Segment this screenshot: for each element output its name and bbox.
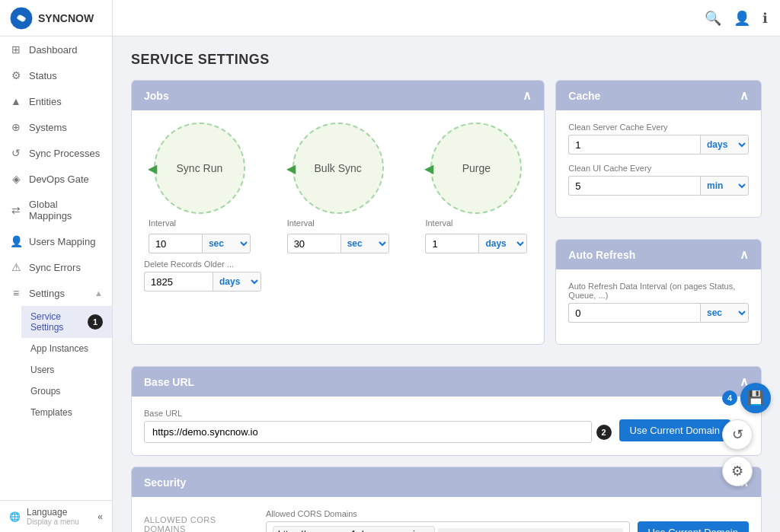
top-row: Jobs ∧ ◀ Sync Run Interval xyxy=(131,80,762,355)
job-name-purge: Purge xyxy=(462,162,491,174)
jobs-title: Jobs xyxy=(144,90,169,102)
job-item-purge: ◀ Purge Interval sec min xyxy=(425,123,527,253)
security-title: Security xyxy=(144,476,186,489)
cors-use-current-domain-button[interactable]: Use Current Domain xyxy=(638,521,750,532)
auto-refresh-unit[interactable]: sec min hours xyxy=(700,303,749,323)
job-name-sync-run: Sync Run xyxy=(177,162,223,174)
cors-row-label: ALLOWED CORS DOMAINS xyxy=(144,509,251,532)
fab-undo-button[interactable]: ↺ xyxy=(722,419,753,450)
user-icon[interactable]: 👤 xyxy=(734,10,750,27)
cache-title: Cache xyxy=(568,90,600,102)
service-settings-badge: 1 xyxy=(88,314,103,330)
sync-run-interval-input-group: sec min hours days xyxy=(149,234,251,253)
base-url-card-body: Base URL 2 Use Current Domain 3 xyxy=(132,397,761,455)
purge-interval-unit[interactable]: sec min hours days xyxy=(478,234,527,253)
cache-card-header: Cache ∧ xyxy=(556,81,761,110)
sidebar-item-entities[interactable]: ▲ Entities xyxy=(0,88,112,114)
cors-tag-close-icon[interactable]: × xyxy=(424,528,430,532)
fab-save-row: 4 💾 xyxy=(722,383,771,413)
sidebar-item-templates-label: Templates xyxy=(30,407,72,418)
purge-interval-input[interactable] xyxy=(425,234,478,253)
sidebar-logo: SYNCNOW xyxy=(0,0,112,37)
sidebar-item-sync-processes-label: Sync Processes xyxy=(29,148,100,159)
sidebar-item-service-settings-label: Service Settings xyxy=(30,311,82,333)
sync-run-fields: Interval sec min hours days xyxy=(149,218,251,253)
cors-dropdown[interactable] xyxy=(438,528,623,532)
jobs-card-header: Jobs ∧ xyxy=(132,81,544,110)
auto-refresh-input[interactable] xyxy=(568,303,700,323)
server-cache-input-group: sec min hours days xyxy=(568,135,749,155)
delete-records-unit[interactable]: sec min hours days xyxy=(213,272,261,291)
info-icon[interactable]: ℹ xyxy=(762,10,768,27)
base-url-badge: 2 xyxy=(596,425,612,440)
delete-records-input[interactable] xyxy=(144,272,213,291)
purge-fields: Interval sec min hours days xyxy=(425,218,527,253)
bulk-sync-interval-label: Interval xyxy=(287,218,389,228)
bulk-sync-interval-unit[interactable]: sec min hours days xyxy=(340,234,389,253)
auto-refresh-card: Auto Refresh ∧ Auto Refresh Data Interva… xyxy=(555,239,762,345)
job-item-bulk-sync: ◀ Bulk Sync Interval sec min xyxy=(287,123,389,253)
server-cache-field: Clean Server Cache Every sec min hours d… xyxy=(568,123,749,155)
sidebar-item-service-settings[interactable]: Service Settings 1 xyxy=(21,306,112,338)
sidebar-item-sync-errors[interactable]: ⚠ Sync Errors xyxy=(0,254,112,280)
auto-refresh-field: Auto Refresh Data Interval (on pages Sta… xyxy=(568,282,749,323)
svg-point-1 xyxy=(19,16,24,21)
fab-save-button[interactable]: 💾 xyxy=(740,383,771,413)
sidebar-item-systems[interactable]: ⊕ Systems xyxy=(0,114,112,140)
ui-cache-label: Clean UI Cache Every xyxy=(568,164,749,173)
use-current-domain-button[interactable]: Use Current Domain xyxy=(619,419,731,441)
search-icon[interactable]: 🔍 xyxy=(705,10,721,27)
status-icon: ⚙ xyxy=(9,69,23,81)
sidebar-item-templates[interactable]: Templates xyxy=(21,402,112,423)
sidebar-item-settings[interactable]: ≡ Settings ▲ xyxy=(0,280,112,306)
sidebar-item-app-instances[interactable]: App Instances xyxy=(21,338,112,359)
ui-cache-input[interactable] xyxy=(568,176,700,196)
jobs-card: Jobs ∧ ◀ Sync Run Interval xyxy=(131,80,545,345)
sidebar-item-users-mapping[interactable]: 👤 Users Mapping xyxy=(0,228,112,254)
server-cache-unit[interactable]: sec min hours days xyxy=(700,135,749,155)
jobs-collapse-icon[interactable]: ∧ xyxy=(523,88,532,103)
jobs-circles: ◀ Sync Run Interval sec min xyxy=(132,110,544,260)
sidebar-item-users[interactable]: Users xyxy=(21,359,112,381)
cache-card-body: Clean Server Cache Every sec min hours d… xyxy=(556,110,761,217)
sidebar-item-sync-processes[interactable]: ↺ Sync Processes xyxy=(0,140,112,166)
sidebar-item-dashboard[interactable]: ⊞ Dashboard xyxy=(0,37,112,62)
syncnow-logo-icon xyxy=(9,6,34,30)
auto-refresh-label: Auto Refresh Data Interval (on pages Sta… xyxy=(568,282,749,300)
base-url-card-header: Base URL ∧ xyxy=(132,367,761,397)
settings-icon: ≡ xyxy=(9,287,23,299)
sidebar-item-devops-gate[interactable]: ◈ DevOps Gate xyxy=(0,166,112,192)
sync-run-interval-unit[interactable]: sec min hours days xyxy=(202,234,251,253)
sidebar-item-global-mappings-label: Global Mappings xyxy=(29,199,103,221)
server-cache-label: Clean Server Cache Every xyxy=(568,123,749,132)
sidebar-item-global-mappings[interactable]: ⇄ Global Mappings xyxy=(0,192,112,228)
cors-input-row: https://syncnowqa1.dev.syncnow.io × Use … xyxy=(266,521,749,532)
language-footer[interactable]: 🌐 Language Display a menu « xyxy=(0,500,112,532)
delete-records-input-group: sec min hours days xyxy=(144,272,532,291)
server-cache-input[interactable] xyxy=(568,135,700,155)
cors-row: ALLOWED CORS DOMAINS Allowed CORS Domain… xyxy=(144,509,749,532)
fab-settings-button[interactable]: ⚙ xyxy=(722,456,753,486)
cache-collapse-icon[interactable]: ∧ xyxy=(740,88,749,103)
sidebar-item-status[interactable]: ⚙ Status xyxy=(0,62,112,88)
sidebar-item-users-label: Users xyxy=(30,365,54,375)
ui-cache-unit[interactable]: sec min hours days xyxy=(700,176,749,196)
purge-interval-input-group: sec min hours days xyxy=(425,234,527,253)
ui-cache-field: Clean UI Cache Every sec min hours days xyxy=(568,164,749,196)
sidebar-item-groups[interactable]: Groups xyxy=(21,381,112,402)
base-url-field-label: Base URL xyxy=(144,409,612,418)
page-title: SERVICE SETTINGS xyxy=(131,52,762,68)
bulk-sync-fields: Interval sec min hours days xyxy=(287,218,389,253)
arrow-left-purge: ◀ xyxy=(424,161,433,176)
chevron-left-icon: « xyxy=(98,511,103,522)
auto-refresh-title: Auto Refresh xyxy=(568,249,635,261)
sync-run-interval-input[interactable] xyxy=(149,234,202,253)
sidebar-item-dashboard-label: Dashboard xyxy=(29,44,78,56)
auto-refresh-collapse-icon[interactable]: ∧ xyxy=(740,247,749,262)
base-url-input[interactable] xyxy=(144,421,592,443)
job-circle-sync-run: ◀ Sync Run xyxy=(154,123,245,214)
cors-tag-value: https://syncnowqa1.dev.syncnow.io xyxy=(278,529,420,532)
devops-gate-icon: ◈ xyxy=(9,173,23,185)
sidebar-item-app-instances-label: App Instances xyxy=(30,343,88,354)
bulk-sync-interval-input[interactable] xyxy=(287,234,340,253)
